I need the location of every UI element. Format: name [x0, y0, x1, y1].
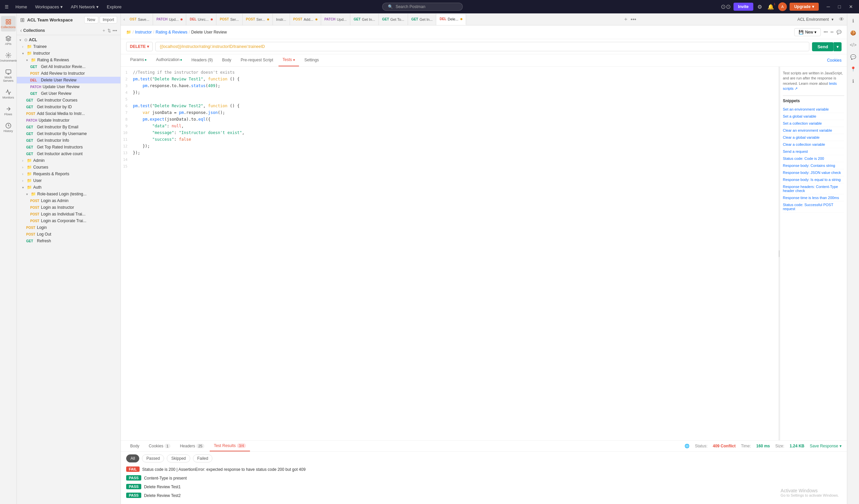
tab-headers[interactable]: Headers (9): [187, 55, 217, 66]
send-dropdown[interactable]: ▾: [833, 42, 842, 51]
info-icon[interactable]: ℹ: [848, 76, 858, 86]
snippet-set-collection-var[interactable]: Set a collection variable: [783, 120, 844, 127]
tests-scripts-link[interactable]: tests scripts ↗: [783, 81, 837, 91]
tree-item-logout[interactable]: POST Log Out: [17, 231, 120, 238]
minimize-button[interactable]: ─: [824, 4, 833, 10]
tree-item-update-instructor[interactable]: PATCH Update Instructor: [17, 117, 120, 124]
workspaces-menu[interactable]: Workspaces ▾: [32, 3, 65, 11]
resp-tab-headers[interactable]: Headers 25: [176, 441, 208, 451]
environment-selector[interactable]: ACL Environment ▾: [793, 17, 838, 22]
more-tabs-icon[interactable]: •••: [631, 16, 636, 22]
home-menu[interactable]: Home: [13, 3, 30, 11]
snippet-send-request[interactable]: Send a request: [783, 148, 844, 155]
snippet-clear-collection-var[interactable]: Clear a collection variable: [783, 141, 844, 148]
save-button[interactable]: 💾 New ▾: [794, 28, 821, 36]
sidebar-item-mock-servers[interactable]: Mock Servers: [1, 66, 16, 85]
tree-item-login-instructor[interactable]: POST Login as Instructor: [17, 204, 120, 211]
tab-10[interactable]: GET Get In...: [408, 14, 437, 25]
tab-11-active[interactable]: DEL Dele...: [436, 14, 466, 25]
sidebar-item-history[interactable]: History: [1, 120, 16, 136]
tree-item-update-review[interactable]: PATCH Update User Review: [17, 83, 120, 90]
tab-back-icon[interactable]: ‹: [122, 17, 126, 22]
tree-item-role-login[interactable]: ▾ 📁 Role-based Login (testing...: [17, 191, 120, 198]
tab-9[interactable]: GET Get To...: [379, 14, 408, 25]
filter-all[interactable]: All: [126, 454, 139, 462]
invite-button[interactable]: Invite: [734, 3, 753, 11]
tree-item-refresh[interactable]: GET Refresh: [17, 238, 120, 244]
search-input[interactable]: 🔍 Search Postman: [382, 3, 463, 11]
tab-authorization[interactable]: Authorization: [152, 54, 186, 66]
snippet-status-200[interactable]: Status code: Code is 200: [783, 155, 844, 162]
tree-item-instructor[interactable]: ▾ 📁 Instructor: [17, 50, 120, 57]
save-options-icon[interactable]: •••: [824, 30, 828, 34]
filter-passed[interactable]: Passed: [142, 454, 164, 462]
snippet-successful-post[interactable]: Status code: Successful POST request: [783, 201, 844, 212]
tree-item-get-instructor-username[interactable]: GET Get Instructor By Username: [17, 130, 120, 137]
resp-tab-test-results[interactable]: Test Results 3/4: [210, 441, 250, 452]
add-collection-icon[interactable]: ＋: [102, 28, 106, 33]
save-response-button[interactable]: Save Response ▾: [810, 444, 842, 448]
sidebar-item-flows[interactable]: Flows: [1, 103, 16, 119]
tree-item-get-top-rated[interactable]: GET Get Top Rated Instructors: [17, 144, 120, 151]
api-network-menu[interactable]: API Network ▾: [68, 3, 101, 11]
tab-7[interactable]: PATCH Upd...: [321, 14, 350, 25]
tab-1[interactable]: PATCH Upd...: [153, 14, 186, 25]
settings-icon[interactable]: ⚙: [756, 2, 763, 11]
snippet-content-type[interactable]: Response headers: Content-Type header ch…: [783, 183, 844, 194]
tree-item-get-active-count[interactable]: GET Get Instuctor active count: [17, 151, 120, 157]
filter-skipped[interactable]: Skipped: [167, 454, 190, 462]
tree-root-acl[interactable]: ▾ ⊙ ACL: [17, 36, 120, 43]
new-button[interactable]: New: [84, 16, 98, 23]
tab-0[interactable]: OST Save...: [126, 14, 153, 25]
snippet-json-value[interactable]: Response body: JSON value check: [783, 169, 844, 176]
close-button[interactable]: ✕: [846, 4, 856, 10]
tab-5[interactable]: Instr...: [273, 14, 290, 25]
snippet-set-global-var[interactable]: Set a global variable: [783, 113, 844, 120]
tab-6[interactable]: POST Add...: [290, 14, 321, 25]
tree-item-add-review[interactable]: POST Add Review to Instructor: [17, 70, 120, 77]
maximize-button[interactable]: □: [835, 4, 844, 10]
tree-item-delete-review[interactable]: DEL Delete User Review: [17, 77, 120, 83]
tab-settings[interactable]: Settings: [300, 55, 323, 66]
bell-icon[interactable]: 🔔1: [766, 2, 775, 11]
tree-item-requests-reports[interactable]: › 📁 Requests & Reports: [17, 171, 120, 177]
cookies-link[interactable]: Cookies: [827, 58, 842, 63]
tab-3[interactable]: POST Ser...: [216, 14, 243, 25]
edit-icon[interactable]: ✏: [830, 30, 834, 34]
tree-item-get-all-reviews[interactable]: GET Get All Instructor Revie...: [17, 63, 120, 70]
eye-icon[interactable]: 👁: [838, 16, 846, 22]
sidebar-item-monitors[interactable]: Monitors: [1, 86, 16, 102]
tree-item-login-individual[interactable]: POST Login as Individual Trai...: [17, 211, 120, 218]
request-info-icon[interactable]: ℹ: [848, 16, 858, 26]
import-button[interactable]: Import: [100, 16, 117, 23]
sidebar-back-icon[interactable]: ‹: [20, 28, 22, 33]
url-input[interactable]: [155, 42, 809, 51]
location-icon[interactable]: 📍: [848, 64, 858, 74]
tree-item-get-instructor-email[interactable]: GET Get Instructor By Email: [17, 124, 120, 130]
comment-icon[interactable]: 💬: [837, 30, 842, 34]
tree-item-trainee[interactable]: › 📁 Trainee: [17, 43, 120, 50]
snippet-body-equal[interactable]: Response body: Is equal to a string: [783, 176, 844, 183]
breadcrumb-folder-icon[interactable]: 📁: [126, 30, 131, 34]
tree-item-rating-reviews[interactable]: ▾ 📁 Rating & Reviews: [17, 57, 120, 63]
more-options-icon[interactable]: •••: [112, 28, 117, 33]
tree-item-get-instructor-info[interactable]: GET Get Instructor Info: [17, 137, 120, 144]
tree-item-admin[interactable]: › 📁 Admin: [17, 157, 120, 164]
tree-item-get-user-review[interactable]: GET Get User Review: [17, 90, 120, 97]
explore-menu[interactable]: Explore: [104, 3, 124, 11]
snippet-body-contains[interactable]: Response body: Contains string: [783, 162, 844, 169]
snippet-clear-global-var[interactable]: Clear a global variable: [783, 134, 844, 141]
tree-item-get-instructor-courses[interactable]: GET Get Instructor Courses: [17, 97, 120, 104]
tree-item-courses[interactable]: › 📁 Courses: [17, 164, 120, 171]
tree-item-login-corporate[interactable]: POST Login as Corporate Trai...: [17, 218, 120, 224]
tab-8[interactable]: GET Get In...: [350, 14, 379, 25]
tab-tests[interactable]: Tests •: [278, 54, 299, 66]
tree-item-add-social-media[interactable]: POST Add Social Media to Instr...: [17, 110, 120, 117]
tab-pre-request[interactable]: Pre-request Script: [237, 55, 277, 66]
sidebar-item-environments[interactable]: Environments: [1, 50, 16, 65]
code-icon[interactable]: </>: [848, 40, 858, 50]
tab-params[interactable]: Params: [126, 54, 151, 66]
resp-tab-body[interactable]: Body: [126, 441, 143, 451]
sidebar-item-apis[interactable]: APIs: [1, 33, 16, 48]
snippet-set-env-var[interactable]: Set an environment variable: [783, 106, 844, 113]
